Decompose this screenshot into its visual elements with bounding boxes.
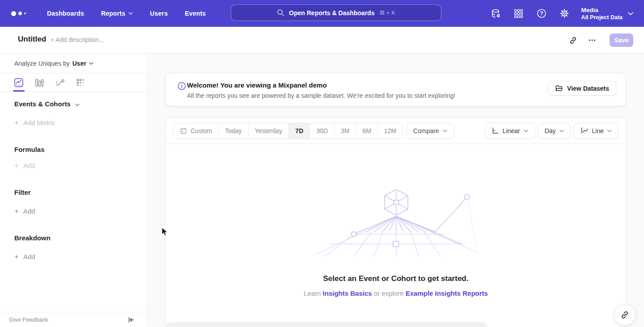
compare-label: Compare [413, 127, 439, 134]
report-description-placeholder[interactable]: + Add description... [51, 36, 104, 43]
range-yesterday[interactable]: Yesterday [249, 123, 289, 138]
save-button[interactable]: Save [610, 34, 633, 47]
interval-label: Day [545, 127, 556, 134]
settings-gear-icon[interactable] [559, 8, 570, 19]
report-type-tabs [0, 73, 147, 92]
chevron-down-icon [524, 130, 528, 132]
range-6m[interactable]: 6M [356, 123, 377, 138]
tab-insights-icon[interactable] [13, 77, 24, 88]
add-filter-button[interactable]: + Add [14, 207, 35, 215]
apps-grid-icon[interactable] [513, 8, 525, 19]
project-switcher[interactable]: Media All Project Data [581, 6, 633, 21]
welcome-banner: Welcome! You are viewing a Mixpanel demo… [165, 73, 626, 106]
banner-title: Welcome! You are viewing a Mixpanel demo [187, 81, 327, 89]
scale-dropdown[interactable]: Linear [485, 123, 535, 139]
project-subtitle: All Project Data [581, 14, 623, 21]
empty-state-prefix: Learn [304, 289, 321, 297]
compare-dropdown[interactable]: Compare [407, 123, 454, 139]
example-reports-link[interactable]: Example Insights Reports [406, 289, 488, 297]
nav-dashboards[interactable]: Dashboards [47, 10, 84, 17]
range-yesterday-label: Yesterday [255, 127, 283, 134]
query-builder-sidebar: Analyze Uniques by User [0, 54, 148, 327]
mixpanel-insights-page: Dashboards Reports Users Events Open Rep… [0, 0, 644, 327]
chart-controls-row: Custom Today Yesterday 7D 30D 3M 6M 12M … [166, 118, 626, 144]
more-options-icon[interactable] [586, 34, 598, 46]
folder-icon [555, 85, 563, 92]
linear-axis-icon [491, 127, 499, 134]
empty-state-illustration [311, 189, 481, 257]
plus-icon: + [14, 119, 19, 126]
tab-flows-icon[interactable] [55, 77, 65, 88]
chevron-down-icon [607, 130, 612, 132]
tab-retention-icon[interactable] [75, 77, 86, 88]
tab-funnels-icon[interactable] [34, 77, 45, 88]
range-30d-label: 30D [316, 127, 328, 134]
view-datasets-button[interactable]: View Datasets [548, 81, 616, 96]
add-breakdown-button[interactable]: + Add [14, 253, 35, 260]
nav-users[interactable]: Users [150, 10, 168, 17]
chevron-down-icon [628, 12, 633, 15]
add-formula-button[interactable]: + Add [14, 162, 35, 169]
selected-tab-indicator [13, 90, 25, 92]
range-7d[interactable]: 7D [289, 123, 310, 138]
breakdown-section-title: Breakdown [14, 234, 51, 242]
plus-icon: + [14, 253, 19, 260]
line-chart-icon [580, 127, 589, 134]
svg-text:?: ? [540, 10, 543, 17]
interval-dropdown[interactable]: Day [538, 123, 571, 139]
plus-icon: + [14, 162, 19, 169]
events-cohorts-section[interactable]: Events & Cohorts [14, 100, 80, 108]
nav-events-label: Events [185, 10, 206, 17]
nav-reports-label: Reports [101, 10, 125, 17]
add-metric-label: Add Metric [23, 119, 55, 126]
search-label: Open Reports & Dashboards [289, 9, 374, 17]
chart-type-dropdown[interactable]: Line [574, 123, 619, 139]
insights-chart-card: Custom Today Yesterday 7D 30D 3M 6M 12M … [165, 117, 626, 327]
info-icon [178, 82, 186, 92]
calendar-icon [180, 127, 187, 134]
insights-basics-link[interactable]: Insights Basics [323, 289, 372, 297]
data-management-icon[interactable] [490, 8, 502, 19]
range-3m-label: 3M [341, 127, 349, 134]
collapse-sidebar-icon[interactable] [127, 316, 135, 323]
range-custom[interactable]: Custom [174, 123, 219, 138]
share-link-button[interactable] [614, 304, 636, 326]
view-datasets-label: View Datasets [567, 85, 609, 92]
help-icon[interactable]: ? [536, 8, 547, 19]
chart-type-label: Line [592, 127, 604, 134]
range-7d-label: 7D [295, 127, 303, 134]
copy-link-icon[interactable] [567, 34, 579, 46]
top-nav: Dashboards Reports Users Events Open Rep… [0, 0, 644, 27]
give-feedback-link[interactable]: Give Feedback [9, 316, 48, 323]
global-search[interactable]: Open Reports & Dashboards ⌘ + K [231, 4, 441, 21]
report-title[interactable]: Untitled [18, 35, 46, 44]
chevron-down-icon [89, 62, 93, 65]
range-12m-label: 12M [384, 127, 396, 134]
filter-section-title: Filter [14, 189, 31, 196]
empty-state-middle: or explore [374, 289, 404, 297]
events-cohorts-title: Events & Cohorts [14, 100, 71, 108]
nav-events[interactable]: Events [185, 10, 206, 17]
date-range-control: Custom Today Yesterday 7D 30D 3M 6M 12M [173, 123, 403, 139]
empty-state-subtitle: Learn Insights Basics or explore Example… [166, 289, 626, 297]
chevron-down-icon [75, 104, 80, 106]
mixpanel-logo-icon[interactable] [11, 11, 26, 16]
range-3m[interactable]: 3M [335, 123, 356, 138]
analyze-by-dropdown[interactable]: User [72, 60, 93, 67]
range-12m[interactable]: 12M [378, 123, 402, 138]
range-today[interactable]: Today [219, 123, 248, 138]
range-30d[interactable]: 30D [310, 123, 335, 138]
project-name: Media [581, 6, 623, 14]
chevron-down-icon [443, 130, 447, 132]
add-formula-label: Add [23, 162, 35, 169]
formulas-section-title: Formulas [14, 146, 45, 153]
range-custom-label: Custom [191, 127, 212, 134]
analyze-label: Analyze Uniques by [14, 60, 70, 67]
next-section-peek[interactable] [165, 323, 487, 327]
add-breakdown-label: Add [23, 253, 35, 260]
nav-reports[interactable]: Reports [101, 10, 133, 17]
add-metric-button[interactable]: + Add Metric [14, 119, 55, 126]
scale-label: Linear [503, 127, 520, 134]
nav-users-label: Users [150, 10, 168, 17]
empty-state-title: Select an Event or Cohort to get started… [166, 274, 626, 283]
